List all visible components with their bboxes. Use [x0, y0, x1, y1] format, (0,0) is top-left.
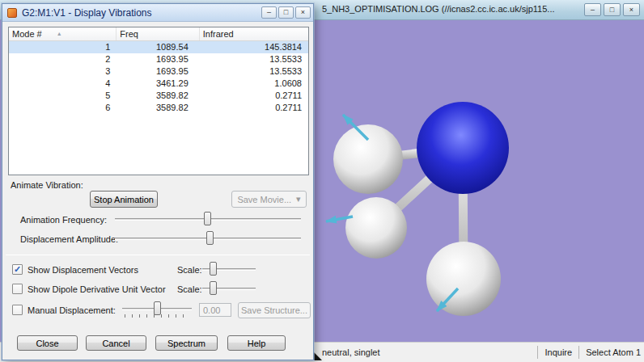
- column-header-mode[interactable]: Mode # ▲: [9, 27, 117, 40]
- molecule-window-controls: – □ ×: [584, 3, 640, 16]
- status-select-mode: Select Atom 1: [586, 347, 641, 357]
- vectors-scale-slider[interactable]: [202, 262, 256, 276]
- animation-frequency-label: Animation Frequency:: [20, 215, 107, 225]
- slider-handle[interactable]: [206, 231, 214, 245]
- status-marker-icon: [314, 352, 322, 360]
- display-vibrations-dialog: G2:M1:V1 - Display Vibrations – □ × Mode…: [2, 3, 314, 360]
- show-displacement-vectors-label: Show Displacement Vectors: [28, 265, 138, 275]
- vectors-scale-label: Scale:: [177, 265, 202, 275]
- freq-cell: 3461.29: [117, 78, 199, 90]
- column-header-mode-label: Mode #: [12, 27, 42, 40]
- show-displacement-vectors-checkbox[interactable]: ✓: [12, 264, 23, 275]
- infrared-cell: 0.2711: [200, 90, 308, 102]
- close-button[interactable]: Close: [17, 335, 78, 351]
- status-separator: [537, 346, 538, 359]
- dipole-scale-slider[interactable]: [202, 281, 256, 296]
- column-header-infrared-label: Infrared: [203, 27, 234, 40]
- app-icon: [7, 8, 17, 18]
- status-inquire-mode: Inquire: [544, 347, 572, 357]
- infrared-cell: 13.5533: [200, 53, 308, 65]
- freq-cell: 1693.95: [117, 65, 199, 78]
- table-row[interactable]: 2 1693.95 13.5533: [9, 53, 308, 65]
- table-row[interactable]: 1 1089.54 145.3814: [9, 41, 308, 53]
- sort-asc-icon: ▲: [57, 27, 62, 40]
- displacement-amplitude-label: Displacement Amplitude:: [20, 234, 118, 244]
- infrared-cell: 145.3814: [200, 41, 308, 53]
- dialog-title: G2:M1:V1 - Display Vibrations: [22, 4, 152, 22]
- cancel-button[interactable]: Cancel: [86, 335, 146, 351]
- freq-cell: 3589.82: [117, 102, 199, 114]
- mode-cell: 1: [9, 41, 117, 53]
- table-header: Mode # ▲ Freq Infrared: [9, 27, 308, 41]
- molecule-window-title: 5_NH3_OPTIMISATION.LOG (//icnas2.cc.ic.a…: [322, 4, 565, 14]
- show-dipole-vector-checkbox[interactable]: [12, 284, 23, 294]
- close-icon[interactable]: ×: [295, 6, 311, 19]
- table-row[interactable]: 4 3461.29 1.0608: [9, 78, 308, 90]
- slider-handle[interactable]: [204, 212, 211, 225]
- nitrogen-atom[interactable]: [417, 102, 509, 194]
- section-divider: [6, 255, 310, 255]
- table-row[interactable]: 5 3589.82 0.2711: [9, 90, 308, 102]
- column-header-infrared[interactable]: Infrared: [200, 27, 308, 40]
- spectrum-button[interactable]: Spectrum: [155, 335, 218, 351]
- manual-displacement-checkbox[interactable]: [12, 305, 23, 315]
- slider-handle[interactable]: [210, 262, 217, 276]
- dialog-controls: – □ ×: [261, 6, 311, 19]
- save-structure-button: Save Structure...: [238, 302, 311, 318]
- table-row[interactable]: 3 1693.95 13.5533: [9, 65, 308, 78]
- animation-frequency-slider[interactable]: [115, 212, 301, 226]
- manual-displacement-label: Manual Displacement:: [28, 305, 116, 315]
- status-charge-multiplicity: neutral, singlet: [322, 347, 380, 357]
- help-button[interactable]: Help: [227, 335, 286, 351]
- chevron-down-icon: ▾: [296, 194, 301, 204]
- manual-displacement-field[interactable]: [199, 303, 231, 317]
- save-movie-label: Save Movie...: [237, 195, 291, 204]
- mode-cell: 3: [9, 65, 117, 78]
- close-icon[interactable]: ×: [623, 3, 640, 16]
- mode-cell: 6: [9, 102, 117, 114]
- infrared-cell: 0.2711: [200, 102, 308, 114]
- column-header-freq[interactable]: Freq: [117, 27, 199, 40]
- mode-cell: 2: [9, 53, 117, 65]
- status-separator: [578, 346, 579, 359]
- manual-displacement-slider[interactable]: [122, 301, 192, 316]
- hydrogen-atom-3[interactable]: [426, 242, 501, 316]
- status-mode-group: Inquire Select Atom 1: [537, 343, 641, 362]
- minimize-icon[interactable]: –: [261, 6, 277, 19]
- slider-ticks: [125, 314, 189, 318]
- minimize-icon[interactable]: –: [584, 3, 601, 16]
- slider-handle[interactable]: [154, 301, 161, 315]
- column-header-freq-label: Freq: [120, 27, 138, 40]
- displacement-amplitude-slider[interactable]: [115, 231, 301, 246]
- maximize-icon[interactable]: □: [604, 3, 621, 16]
- maximize-icon[interactable]: □: [278, 6, 294, 19]
- freq-cell: 1089.54: [117, 41, 199, 53]
- save-movie-button: Save Movie... ▾: [231, 191, 307, 208]
- stop-animation-button[interactable]: Stop Animation: [90, 191, 158, 208]
- infrared-cell: 13.5533: [200, 65, 308, 78]
- freq-cell: 3589.82: [117, 90, 199, 102]
- mode-cell: 5: [9, 90, 117, 102]
- hydrogen-atom-1[interactable]: [333, 124, 403, 194]
- freq-cell: 1693.95: [117, 53, 199, 65]
- show-dipole-vector-label: Show Dipole Derivative Unit Vector: [28, 284, 166, 294]
- slider-handle[interactable]: [210, 281, 217, 295]
- infrared-cell: 1.0608: [200, 78, 308, 90]
- hydrogen-atom-2[interactable]: [345, 197, 407, 259]
- dialog-titlebar[interactable]: G2:M1:V1 - Display Vibrations – □ ×: [2, 4, 313, 22]
- screen: 5_NH3_OPTIMISATION.LOG (//icnas2.cc.ic.a…: [0, 0, 644, 362]
- mode-cell: 4: [9, 78, 117, 90]
- animate-vibration-label: Animate Vibration:: [11, 180, 83, 190]
- vibration-mode-table: Mode # ▲ Freq Infrared 1 1089.54 145.381…: [8, 27, 309, 175]
- table-row[interactable]: 6 3589.82 0.2711: [9, 102, 308, 114]
- dipole-scale-label: Scale:: [177, 284, 202, 294]
